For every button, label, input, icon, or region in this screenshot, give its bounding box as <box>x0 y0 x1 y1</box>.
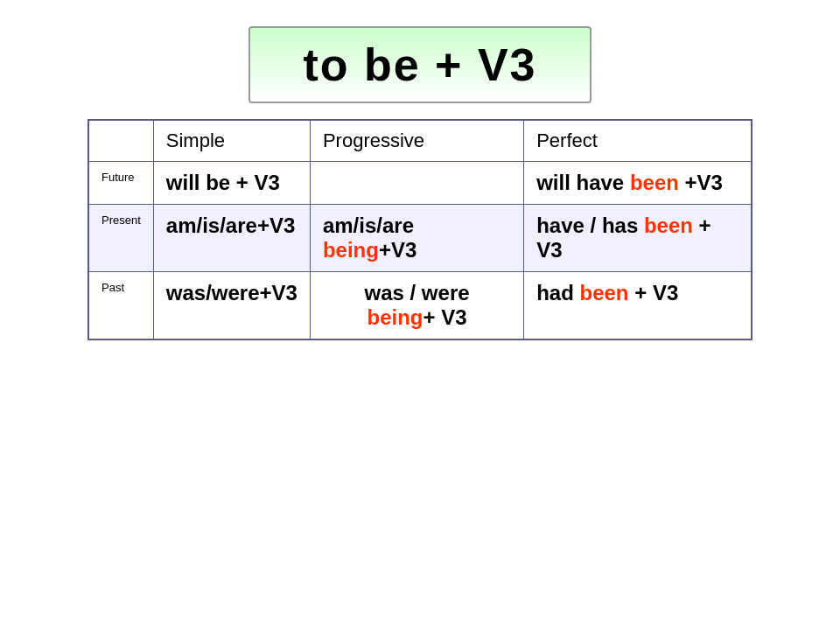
past-label: Past <box>88 272 153 340</box>
header-perfect: Perfect <box>524 120 752 162</box>
title-box: to be + V3 <box>248 26 591 103</box>
grammar-table: Simple Progressive Perfect Future will b… <box>88 119 752 340</box>
past-progressive: was / werebeing+ V3 <box>310 272 523 340</box>
future-progressive <box>310 162 523 205</box>
header-simple: Simple <box>153 120 310 162</box>
table-row-future: Future will be + V3 will have been +V3 <box>88 162 752 205</box>
table-row-past: Past was/were+V3 was / werebeing+ V3 had… <box>88 272 752 340</box>
present-simple: am/is/are+V3 <box>153 205 310 272</box>
present-progressive-highlight: being <box>323 238 379 262</box>
future-perfect-highlight: been <box>630 171 679 194</box>
future-simple: will be + V3 <box>153 162 310 205</box>
past-progressive-highlight: being <box>368 305 424 329</box>
present-perfect-highlight: been <box>644 214 693 237</box>
present-progressive: am/is/are being+V3 <box>310 205 523 272</box>
header-progressive: Progressive <box>310 120 523 162</box>
present-label: Present <box>88 205 153 272</box>
header-empty-cell <box>88 120 153 162</box>
past-perfect-highlight: been <box>580 281 629 304</box>
past-perfect: had been + V3 <box>524 272 752 340</box>
present-perfect: have / has been + V3 <box>524 205 752 272</box>
table-row-present: Present am/is/are+V3 am/is/are being+V3 … <box>88 205 752 272</box>
page-title: to be + V3 <box>303 39 536 90</box>
future-label: Future <box>88 162 153 205</box>
past-simple: was/were+V3 <box>153 272 310 340</box>
table-header-row: Simple Progressive Perfect <box>88 120 752 162</box>
future-perfect: will have been +V3 <box>524 162 752 205</box>
